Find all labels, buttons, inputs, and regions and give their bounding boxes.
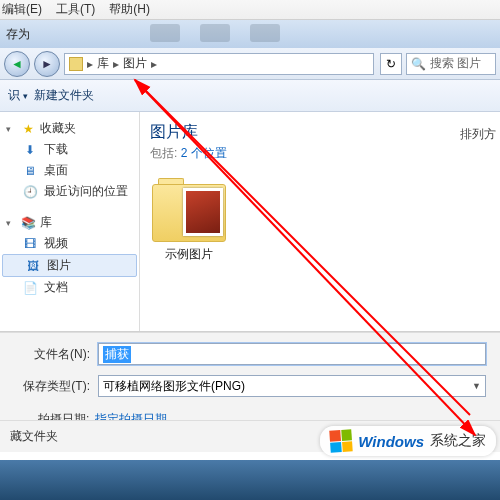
menu-edit[interactable]: 编辑(E) [2,1,42,18]
back-button[interactable]: ◄ [4,51,30,77]
nav-bar: ◄ ► ▸ 库 ▸ 图片 ▸ ↻ 🔍 搜索 图片 [0,48,500,80]
content-pane: 图片库 包括: 2 个位置 排列方 示例图片 [140,112,500,331]
background-windows [150,24,280,42]
filename-input[interactable]: 捕获 [98,343,486,365]
sort-label[interactable]: 排列方 [460,126,496,143]
folder-icon [152,178,226,242]
sidebar-item-documents[interactable]: 📄 文档 [0,277,139,298]
search-placeholder: 搜索 图片 [430,55,481,72]
download-icon: ⬇ [22,142,38,158]
forward-button[interactable]: ► [34,51,60,77]
filetype-value: 可移植网络图形文件(PNG) [103,378,245,395]
filename-label: 文件名(N): [14,346,90,363]
collapse-icon: ▾ [6,218,16,228]
menu-help[interactable]: 帮助(H) [109,1,150,18]
sidebar-favorites[interactable]: ▾ ★ 收藏夹 [0,118,139,139]
watermark-brand: Windows [358,433,424,450]
breadcrumb-root[interactable]: 库 [93,55,113,72]
search-input[interactable]: 🔍 搜索 图片 [406,53,496,75]
organize-button[interactable]: 识 [8,87,28,104]
chevron-right-icon: ▸ [151,57,157,71]
sidebar: ▾ ★ 收藏夹 ⬇ 下载 🖥 桌面 🕘 最近访问的位置 ▾ 📚 库 [0,112,140,331]
library-icon: 📚 [20,215,36,231]
folder-sample-pictures[interactable]: 示例图片 [150,178,228,263]
recent-icon: 🕘 [22,184,38,200]
toolbar: 识 新建文件夹 [0,80,500,112]
chevron-down-icon: ▼ [472,381,481,391]
sidebar-item-videos[interactable]: 🎞 视频 [0,233,139,254]
library-subtitle: 包括: 2 个位置 [150,145,490,162]
window-title: 存为 [6,26,30,43]
desktop-icon: 🖥 [22,163,38,179]
library-icon [69,57,83,71]
breadcrumb-pictures[interactable]: 图片 [119,55,151,72]
locations-link[interactable]: 2 个位置 [181,146,227,160]
address-bar[interactable]: ▸ 库 ▸ 图片 ▸ [64,53,374,75]
body: ▾ ★ 收藏夹 ⬇ 下载 🖥 桌面 🕘 最近访问的位置 ▾ 📚 库 [0,112,500,332]
sidebar-item-pictures[interactable]: 🖼 图片 [2,254,137,277]
library-title: 图片库 [150,122,490,143]
sidebar-item-downloads[interactable]: ⬇ 下载 [0,139,139,160]
collapse-icon: ▾ [6,124,16,134]
menu-bar: 编辑(E) 工具(T) 帮助(H) [0,0,500,20]
search-icon: 🔍 [411,57,426,71]
refresh-button[interactable]: ↻ [380,53,402,75]
filetype-label: 保存类型(T): [14,378,90,395]
hide-folders-toggle[interactable]: 藏文件夹 [10,428,58,445]
title-bar: 存为 [0,20,500,48]
sidebar-libraries[interactable]: ▾ 📚 库 [0,212,139,233]
folder-label: 示例图片 [165,246,213,263]
sidebar-item-desktop[interactable]: 🖥 桌面 [0,160,139,181]
new-folder-button[interactable]: 新建文件夹 [34,87,94,104]
watermark: Windows 系统之家 [320,426,496,456]
star-icon: ★ [20,121,36,137]
filetype-select[interactable]: 可移植网络图形文件(PNG) ▼ [98,375,486,397]
sidebar-item-recent[interactable]: 🕘 最近访问的位置 [0,181,139,202]
filename-value: 捕获 [103,346,131,363]
picture-icon: 🖼 [25,258,41,274]
taskbar [0,460,500,500]
watermark-sub: 系统之家 [430,432,486,450]
document-icon: 📄 [22,280,38,296]
video-icon: 🎞 [22,236,38,252]
menu-tools[interactable]: 工具(T) [56,1,95,18]
windows-logo-icon [330,429,353,452]
